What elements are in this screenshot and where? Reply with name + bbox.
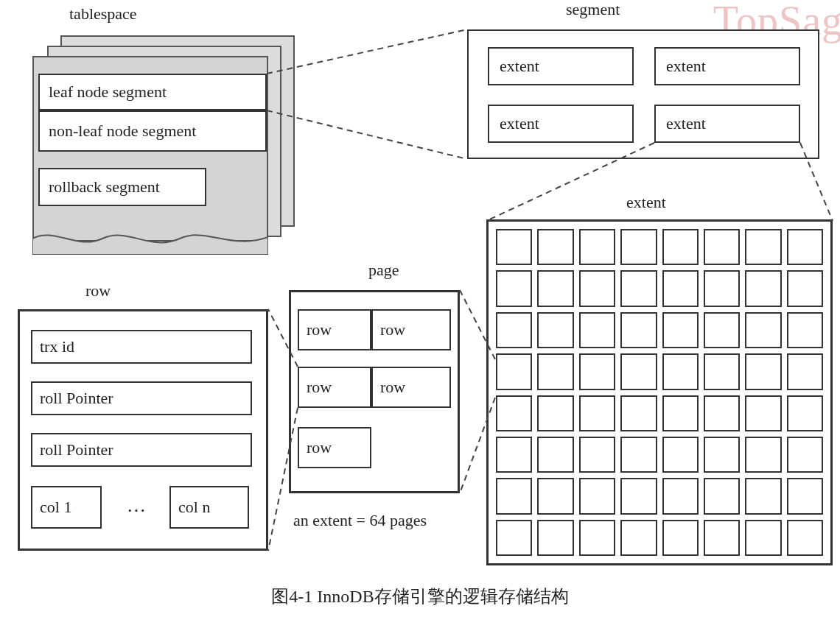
segment-extent-1: extent: [488, 47, 634, 85]
non-leaf-node-segment: non-leaf node segment: [38, 110, 267, 152]
page-row-1: row: [298, 309, 371, 350]
row-roll-pointer-1: roll Pointer: [31, 381, 252, 415]
figure-caption: 图4-1 InnoDB存储引擎的逻辑存储结构: [0, 585, 840, 608]
row-label: row: [85, 281, 111, 300]
svg-line-1: [267, 110, 467, 159]
row-col-1: col 1: [31, 486, 102, 529]
page-row-5: row: [298, 427, 371, 468]
row-col-n: col n: [169, 486, 249, 529]
extent-note: an extent = 64 pages: [293, 511, 427, 530]
leaf-node-segment: leaf node segment: [38, 74, 267, 110]
row-cols-ellipsis: …: [127, 495, 146, 517]
row-roll-pointer-2: roll Pointer: [31, 433, 252, 467]
page-row-3: row: [298, 367, 371, 408]
segment-label: segment: [566, 0, 620, 19]
row-trx-id: trx id: [31, 330, 252, 364]
extent-label: extent: [626, 193, 666, 212]
svg-line-0: [267, 29, 467, 74]
page-label: page: [368, 261, 399, 280]
page-row-2: row: [371, 309, 451, 350]
segment-extent-2: extent: [654, 47, 800, 85]
segment-extent-3: extent: [488, 105, 634, 143]
extent-grid: [486, 219, 833, 565]
rollback-segment: rollback segment: [38, 168, 206, 206]
segment-extent-4: extent: [654, 105, 800, 143]
tablespace-label: tablespace: [69, 4, 137, 24]
page-row-4: row: [371, 367, 451, 408]
